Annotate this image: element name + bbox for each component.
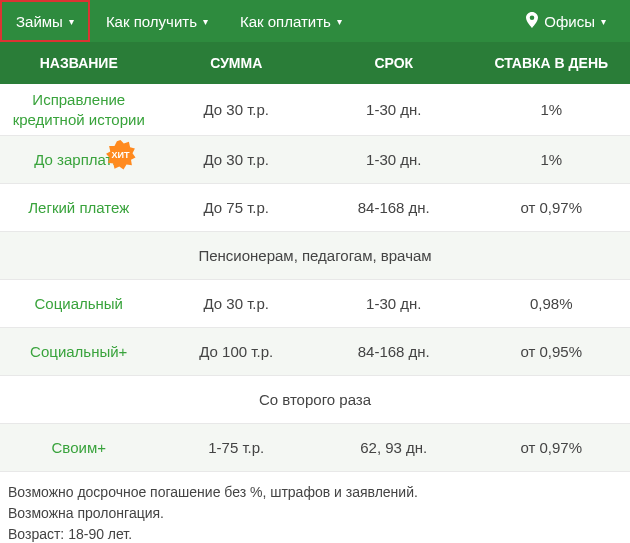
table-row: Социальный До 30 т.р. 1-30 дн. 0,98% <box>0 280 630 328</box>
chevron-down-icon: ▾ <box>601 16 606 27</box>
product-name[interactable]: Исправление кредитной истории <box>0 84 158 135</box>
group-header: Со второго раза <box>0 376 630 424</box>
product-rate: 0,98% <box>473 280 631 327</box>
col-sum: СУММА <box>158 42 316 84</box>
product-sum: 1-75 т.р. <box>158 424 316 471</box>
footer-notes: Возможно досрочное погашение без %, штра… <box>0 472 630 543</box>
group-header: Пенсионерам, педагогам, врачам <box>0 232 630 280</box>
product-term: 84-168 дн. <box>315 184 473 231</box>
product-term: 84-168 дн. <box>315 328 473 375</box>
footer-line: Возможна пролонгация. <box>8 503 622 524</box>
product-rate: от 0,97% <box>473 424 631 471</box>
col-name: НАЗВАНИЕ <box>0 42 158 84</box>
group-label: Со второго раза <box>259 391 371 408</box>
product-sum: До 30 т.р. <box>158 136 316 183</box>
product-name[interactable]: Социальный <box>0 280 158 327</box>
nav-how-get[interactable]: Как получить ▾ <box>90 0 224 42</box>
nav-offices[interactable]: Офисы ▾ <box>510 0 630 42</box>
group-label: Пенсионерам, педагогам, врачам <box>198 247 431 264</box>
table-row: До зарплаты ХИТ До 30 т.р. 1-30 дн. 1% <box>0 136 630 184</box>
chevron-down-icon: ▾ <box>69 16 74 27</box>
nav-loans-label: Займы <box>16 13 63 30</box>
product-term: 1-30 дн. <box>315 136 473 183</box>
product-term: 62, 93 дн. <box>315 424 473 471</box>
nav-how-pay-label: Как оплатить <box>240 13 331 30</box>
col-rate: СТАВКА В ДЕНЬ <box>473 42 631 84</box>
product-term: 1-30 дн. <box>315 280 473 327</box>
table-row: Исправление кредитной истории До 30 т.р.… <box>0 84 630 136</box>
map-pin-icon <box>526 12 538 31</box>
product-name[interactable]: До зарплаты ХИТ <box>0 136 158 183</box>
product-rate: 1% <box>473 136 631 183</box>
product-sum: До 30 т.р. <box>158 84 316 135</box>
product-name[interactable]: Легкий платеж <box>0 184 158 231</box>
top-navbar: Займы ▾ Как получить ▾ Как оплатить ▾ Оф… <box>0 0 630 42</box>
nav-how-pay[interactable]: Как оплатить ▾ <box>224 0 358 42</box>
product-sum: До 100 т.р. <box>158 328 316 375</box>
table-row: Легкий платеж До 75 т.р. 84-168 дн. от 0… <box>0 184 630 232</box>
chevron-down-icon: ▾ <box>337 16 342 27</box>
product-sum: До 30 т.р. <box>158 280 316 327</box>
col-term: СРОК <box>315 42 473 84</box>
product-name[interactable]: Своим+ <box>0 424 158 471</box>
nav-offices-label: Офисы <box>544 13 595 30</box>
product-name[interactable]: Социальный+ <box>0 328 158 375</box>
chevron-down-icon: ▾ <box>203 16 208 27</box>
footer-line: Возможно досрочное погашение без %, штра… <box>8 482 622 503</box>
product-rate: от 0,95% <box>473 328 631 375</box>
nav-how-get-label: Как получить <box>106 13 197 30</box>
product-rate: 1% <box>473 84 631 135</box>
nav-loans[interactable]: Займы ▾ <box>0 0 90 42</box>
table-row: Социальный+ До 100 т.р. 84-168 дн. от 0,… <box>0 328 630 376</box>
product-rate: от 0,97% <box>473 184 631 231</box>
product-sum: До 75 т.р. <box>158 184 316 231</box>
footer-line: Возраст: 18-90 лет. <box>8 524 622 543</box>
table-row: Своим+ 1-75 т.р. 62, 93 дн. от 0,97% <box>0 424 630 472</box>
table-header: НАЗВАНИЕ СУММА СРОК СТАВКА В ДЕНЬ <box>0 42 630 84</box>
product-term: 1-30 дн. <box>315 84 473 135</box>
